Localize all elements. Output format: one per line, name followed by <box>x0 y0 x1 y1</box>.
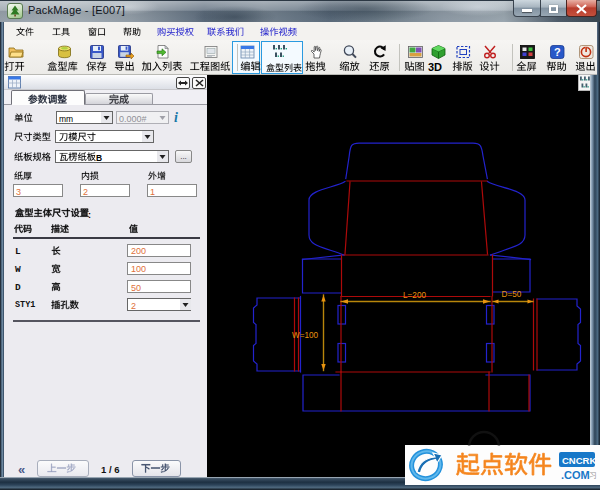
svg-text:D=50: D=50 <box>502 290 522 299</box>
svg-text:?: ? <box>554 46 561 58</box>
svg-text:W=100: W=100 <box>292 331 319 340</box>
svg-text:L=200: L=200 <box>403 291 426 300</box>
